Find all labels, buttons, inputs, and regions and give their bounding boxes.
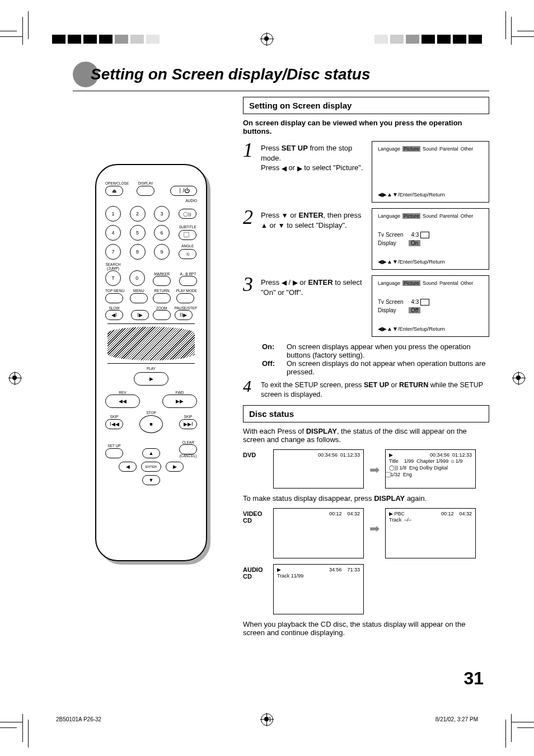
dvd-status-row: DVD 00:34:56 01:12:33 ➡ ▶00:34:56 01:12:… bbox=[243, 449, 489, 489]
slow-button: ◀Ⅰ bbox=[105, 310, 123, 320]
skip-next-button: ▶▶Ⅰ bbox=[179, 419, 197, 429]
topmenu-button bbox=[105, 293, 123, 303]
clear-button bbox=[179, 444, 197, 454]
num-2: 2 bbox=[130, 206, 146, 222]
left-button: ◀ bbox=[119, 462, 137, 472]
playmode-button bbox=[176, 293, 194, 303]
tv-icon bbox=[420, 232, 429, 238]
num-4: 4 bbox=[105, 225, 121, 241]
num-3: 3 bbox=[154, 206, 170, 222]
right-arrow-icon: ▶ bbox=[293, 278, 298, 287]
step-2: 2 Press ▼ or ENTER, then press ▲ or ▼ to… bbox=[243, 208, 489, 270]
arrow-right-icon: ➡ bbox=[369, 508, 380, 536]
stop-button: ■ bbox=[139, 415, 163, 433]
down-arrow-icon: ▼ bbox=[282, 211, 288, 220]
num-0: 0 bbox=[129, 270, 145, 286]
abrpt-button bbox=[179, 276, 197, 286]
side-reg-left bbox=[8, 372, 22, 385]
search-button: T bbox=[105, 270, 121, 286]
display-button bbox=[137, 186, 154, 196]
speaker-grille bbox=[107, 327, 195, 360]
rev-button: ◀◀ bbox=[105, 395, 140, 408]
page-number: 31 bbox=[463, 668, 484, 689]
on-off-definitions: On:On screen displays appear when you pr… bbox=[262, 342, 489, 376]
left-arrow-icon: ◀ bbox=[282, 278, 287, 287]
osd-box-3: Language Picture Sound Parental Other Tv… bbox=[372, 275, 489, 337]
osd-box-1: Language Picture Sound Parental Other ◀▶… bbox=[372, 141, 489, 203]
osd-box-2: Language Picture Sound Parental Other Tv… bbox=[372, 208, 489, 270]
disc-status-intro: With each Press of DISPLAY, the status o… bbox=[243, 427, 489, 444]
audio-button: ◯)) bbox=[179, 209, 196, 219]
zoom-button bbox=[153, 310, 171, 320]
section2-heading: Disc status bbox=[243, 405, 489, 422]
slow-fwd-button: Ⅰ▶ bbox=[131, 310, 149, 320]
marker-button bbox=[153, 276, 171, 286]
num-9: 9 bbox=[154, 244, 170, 260]
subtitle-button: ⃞ bbox=[179, 230, 196, 240]
pause-button: ⅠⅠ▶ bbox=[175, 310, 193, 320]
side-reg-right bbox=[512, 372, 526, 385]
disc-status-note: To make status display disappear, press … bbox=[243, 494, 489, 503]
eject-button: ⏏ bbox=[105, 186, 123, 196]
return-button bbox=[153, 293, 171, 303]
angle-button: ⎋ bbox=[179, 249, 196, 259]
up-button: ▲ bbox=[142, 448, 160, 458]
title-rule bbox=[73, 91, 489, 91]
step-3: 3 Press ◀ / ▶ or ENTER to select "On" or… bbox=[243, 275, 489, 337]
tv-icon bbox=[420, 299, 429, 306]
cd-note: When you playback the CD disc, the statu… bbox=[243, 620, 489, 637]
play-button: ▶ bbox=[134, 372, 168, 386]
skip-prev-button: Ⅰ◀◀ bbox=[105, 419, 123, 429]
enter-button: ENTER bbox=[141, 462, 161, 472]
num-5: 5 bbox=[130, 225, 146, 241]
down-button: ▼ bbox=[142, 475, 160, 485]
right-button: ▶ bbox=[166, 462, 184, 472]
arrow-right-icon: ➡ bbox=[369, 449, 380, 477]
step-4: 4 To exit the SETUP screen, press SET UP… bbox=[243, 378, 489, 400]
remote-control: OPEN/CLOSE⏏ DISPLAY 丨/⏻ AUDIO 1 2 3 ◯)) … bbox=[95, 164, 207, 561]
num-8: 8 bbox=[130, 244, 146, 260]
page-title: Setting on Screen display/Disc status bbox=[91, 65, 370, 83]
step-1: 1 Press SET UP from the stop mode. Press… bbox=[243, 141, 489, 203]
num-6: 6 bbox=[154, 225, 170, 241]
up-arrow-icon: ▲ bbox=[261, 221, 268, 230]
crop-marks-top bbox=[0, 22, 534, 56]
fwd-button: ▶▶ bbox=[162, 395, 197, 408]
left-arrow-icon: ◀ bbox=[282, 164, 287, 173]
down-arrow-icon: ▼ bbox=[278, 221, 285, 230]
section1-intro: On screen display can be viewed when you… bbox=[243, 119, 489, 135]
num-1: 1 bbox=[105, 206, 121, 222]
setup-button bbox=[105, 448, 123, 458]
power-button: 丨/⏻ bbox=[170, 186, 197, 196]
right-arrow-icon: ▶ bbox=[297, 164, 302, 173]
menu-button bbox=[130, 293, 148, 303]
section1-heading: Setting on Screen display bbox=[243, 97, 489, 114]
footer-meta: 2B50101A P26-32 31 8/21/02, 3:27 PM bbox=[56, 716, 478, 722]
vcd-status-row: VIDEO CD 00:12 04:32 ➡ ▶ PBC00:12 04:32 … bbox=[243, 508, 489, 558]
num-7: 7 bbox=[105, 244, 121, 260]
acd-status-row: AUDIO CD ▶34:56 71:33 Track 11/99 bbox=[243, 564, 489, 614]
